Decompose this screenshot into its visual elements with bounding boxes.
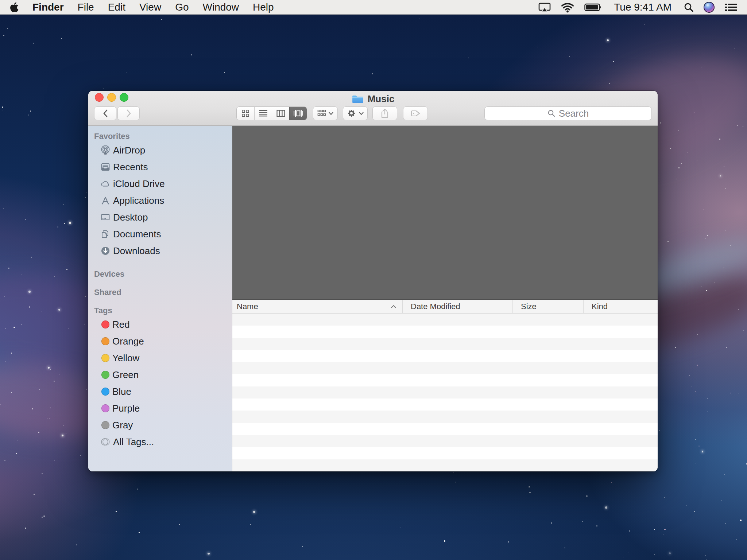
sidebar-section-tags: Tags [88,305,232,316]
finder-window: Music [88,91,658,471]
menu-bar-left: Finder File Edit View Go Window Help [0,0,281,14]
column-header-kind[interactable]: Kind [583,300,658,313]
menu-item-window[interactable]: Window [196,0,246,14]
sidebar-section-favorites: Favorites [88,131,232,142]
view-list-button[interactable] [254,107,272,120]
column-label: Size [521,302,537,311]
sidebar-item-airdrop[interactable]: AirDrop [88,142,232,159]
sidebar-item-label: iCloud Drive [113,178,165,190]
sidebar-item-documents[interactable]: Documents [88,226,232,242]
sidebar-item-label: AirDrop [113,145,145,156]
tag-label: Yellow [112,353,139,364]
sidebar-item-tag-gray[interactable]: Gray [88,417,232,433]
chevron-right-icon [126,109,131,117]
coverflow-view-icon [293,109,303,117]
battery-icon[interactable] [584,0,602,14]
menu-item-finder[interactable]: Finder [26,0,71,14]
menubar-clock[interactable]: Tue 9:41 AM [612,1,674,13]
airplay-display-icon[interactable] [538,0,551,14]
group-button[interactable] [313,106,338,120]
tag-dot-red [101,320,109,328]
sidebar-item-desktop[interactable]: Desktop [88,209,232,226]
coverflow-pane [232,126,658,300]
notification-center-icon[interactable] [724,0,738,14]
search-input[interactable]: Search [484,106,652,120]
apple-menu[interactable] [3,0,26,14]
spotlight-icon[interactable] [684,0,694,14]
column-header-size[interactable]: Size [512,300,583,313]
chevron-down-icon [359,112,364,115]
tag-dot-purple [101,404,109,412]
tag-dot-green [101,371,109,379]
sidebar-item-tag-blue[interactable]: Blue [88,383,232,400]
view-coverflow-button[interactable] [289,107,307,120]
tag-label: Gray [112,420,133,431]
column-label: Name [237,302,258,311]
sidebar: Favorites AirDrop [88,126,232,471]
group-icon [317,109,326,117]
tag-label: Green [112,369,139,381]
sort-ascending-icon [391,305,396,308]
view-columns-button[interactable] [272,107,289,120]
sidebar-item-recents[interactable]: Recents [88,159,232,175]
column-header-name[interactable]: Name [232,300,402,313]
main-content: Name Date Modified Size Kind [232,126,658,471]
sidebar-item-tag-red[interactable]: Red [88,316,232,333]
tag-button[interactable] [403,106,428,120]
applications-icon [101,196,110,205]
sidebar-item-downloads[interactable]: Downloads [88,242,232,259]
search-placeholder: Search [559,108,589,119]
column-label: Date Modified [411,302,460,311]
sidebar-item-label: Documents [113,229,161,240]
tag-dot-blue [101,388,109,396]
documents-icon [101,229,110,239]
column-header-date-modified[interactable]: Date Modified [402,300,512,313]
desktop-icon [101,213,110,222]
sidebar-item-label: Recents [113,162,148,173]
action-button[interactable] [343,106,368,120]
sidebar-item-all-tags[interactable]: All Tags... [88,433,232,450]
siri-icon[interactable] [704,0,715,14]
window-chrome: Music [88,91,658,126]
tag-label: All Tags... [113,436,154,448]
icloud-icon [101,179,110,188]
list-rows [232,314,658,471]
tag-label: Purple [112,403,140,414]
tag-label: Orange [112,336,144,347]
apple-icon [9,2,19,13]
menu-item-help[interactable]: Help [246,0,281,14]
tag-dot-yellow [101,354,109,362]
tag-label: Red [112,319,130,330]
window-title-area: Music [88,92,658,105]
menu-item-edit[interactable]: Edit [101,0,132,14]
menu-bar-status: Tue 9:41 AM [538,0,747,14]
sidebar-item-tag-orange[interactable]: Orange [88,333,232,350]
sidebar-item-icloud-drive[interactable]: iCloud Drive [88,175,232,192]
forward-button[interactable] [117,106,140,120]
wifi-icon[interactable] [561,0,574,14]
sidebar-item-tag-purple[interactable]: Purple [88,400,232,417]
tag-dot-gray [101,421,109,429]
tag-label: Blue [112,386,131,397]
gear-icon [347,109,356,118]
sidebar-item-applications[interactable]: Applications [88,192,232,209]
view-segmented-control [236,106,307,120]
share-button[interactable] [372,106,397,120]
menu-bar: Finder File Edit View Go Window Help [0,0,747,15]
view-icon-button[interactable] [237,107,254,120]
siri-orb [704,2,715,13]
sidebar-item-label: Downloads [113,245,160,257]
back-button[interactable] [94,106,116,120]
menu-item-go[interactable]: Go [168,0,196,14]
sidebar-section-shared: Shared [88,287,232,298]
sidebar-item-tag-yellow[interactable]: Yellow [88,350,232,366]
menu-item-file[interactable]: File [71,0,101,14]
sidebar-section-devices: Devices [88,269,232,280]
sidebar-item-tag-green[interactable]: Green [88,366,232,383]
toolbar: Search [94,106,652,120]
menu-item-view[interactable]: View [132,0,168,14]
list-header: Name Date Modified Size Kind [232,300,658,314]
search-icon [547,109,556,117]
downloads-icon [101,246,110,256]
tag-dot-orange [101,337,109,345]
